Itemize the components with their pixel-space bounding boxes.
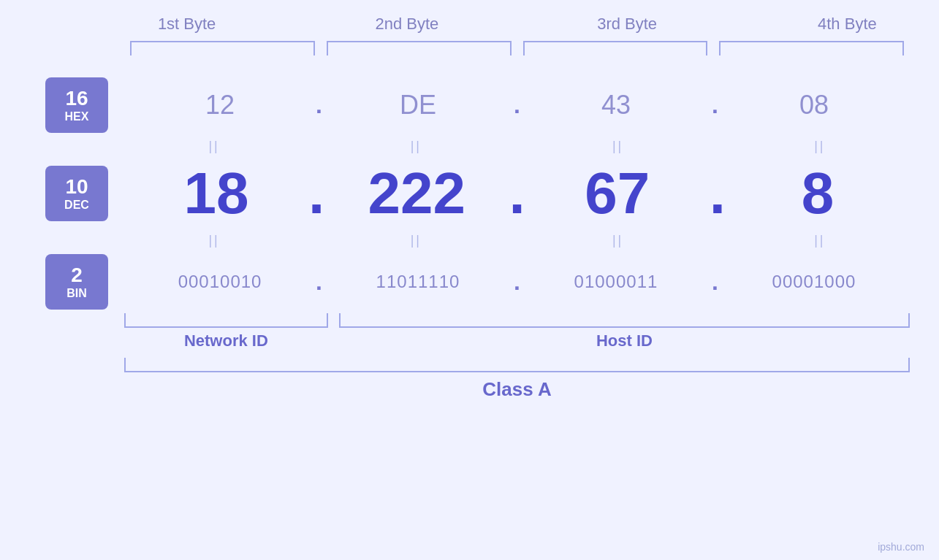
dec-values: 18 . 222 . 67 . 8 xyxy=(124,160,910,227)
top-brackets xyxy=(124,41,910,63)
bottom-labels: Network ID Host ID xyxy=(124,331,910,350)
host-id-label: Host ID xyxy=(339,331,910,350)
bin-badge-label: BIN xyxy=(66,287,87,300)
byte-header-4: 4th Byte xyxy=(737,15,939,34)
hex-badge-number: 16 xyxy=(65,88,88,110)
bin-octet-4: 00001000 xyxy=(718,272,910,292)
hex-octet-4: 08 xyxy=(718,90,910,120)
hex-octet-3: 43 xyxy=(520,90,712,120)
dec-badge-label: DEC xyxy=(64,199,89,212)
bottom-section: Network ID Host ID xyxy=(29,313,910,350)
class-section: Class A xyxy=(29,358,910,401)
bin-octet-1: 00010010 xyxy=(124,272,316,292)
byte-header-3: 3rd Byte xyxy=(517,15,737,34)
class-label: Class A xyxy=(124,378,910,401)
bracket-network xyxy=(124,313,328,328)
sep-dec-bin: || || || || xyxy=(29,233,910,248)
dot-bin-1: . xyxy=(316,269,322,296)
bracket-top-1 xyxy=(130,41,315,55)
network-id-label: Network ID xyxy=(124,331,328,350)
hex-badge: 16 HEX xyxy=(45,77,108,133)
hex-octet-1: 12 xyxy=(124,90,316,120)
sep-values-1: || || || || xyxy=(124,139,910,154)
bin-octet-3: 01000011 xyxy=(520,272,712,292)
hex-octet-2: DE xyxy=(322,90,514,120)
hex-values: 12 . DE . 43 . 08 xyxy=(124,90,910,120)
bracket-top-4 xyxy=(719,41,904,55)
hex-row: 16 HEX 12 . DE . 43 . 08 xyxy=(29,77,910,133)
dot-hex-2: . xyxy=(514,92,520,119)
dot-bin-2: . xyxy=(514,269,520,296)
dec-octet-1: 18 xyxy=(124,160,308,227)
dot-dec-3: . xyxy=(710,160,726,227)
hex-badge-container: 16 HEX xyxy=(29,77,124,133)
class-bracket xyxy=(124,358,910,372)
dec-badge-number: 10 xyxy=(65,176,88,199)
bin-row: 2 BIN 00010010 . 11011110 . 01000011 . 0… xyxy=(29,254,910,310)
byte-header-2: 2nd Byte xyxy=(297,15,517,34)
bracket-top-2 xyxy=(327,41,512,55)
watermark: ipshu.com xyxy=(878,541,924,553)
dec-badge-container: 10 DEC xyxy=(29,166,124,221)
byte-headers-row: 1st Byte 2nd Byte 3rd Byte 4th Byte xyxy=(77,15,939,34)
dot-hex-1: . xyxy=(316,92,322,119)
main-container: 1st Byte 2nd Byte 3rd Byte 4th Byte 16 H… xyxy=(0,0,939,560)
bin-values: 00010010 . 11011110 . 01000011 . 0000100… xyxy=(124,269,910,296)
dec-octet-4: 8 xyxy=(726,160,910,227)
dot-dec-2: . xyxy=(509,160,525,227)
hex-badge-label: HEX xyxy=(65,110,89,123)
bin-octet-2: 11011110 xyxy=(322,272,514,292)
bin-badge-container: 2 BIN xyxy=(29,254,124,310)
bin-badge-number: 2 xyxy=(71,264,83,287)
sep-values-2: || || || || xyxy=(124,233,910,248)
dec-row: 10 DEC 18 . 222 . 67 . 8 xyxy=(29,160,910,227)
dec-octet-3: 67 xyxy=(525,160,710,227)
sep-hex-dec: || || || || xyxy=(29,139,910,154)
bin-badge: 2 BIN xyxy=(45,254,108,310)
bracket-host xyxy=(339,313,910,328)
bottom-brackets xyxy=(124,313,910,328)
bracket-top-3 xyxy=(523,41,708,55)
dec-badge: 10 DEC xyxy=(45,166,108,221)
dot-bin-3: . xyxy=(712,269,718,296)
byte-header-1: 1st Byte xyxy=(77,15,297,34)
dot-dec-1: . xyxy=(308,160,324,227)
dec-octet-2: 222 xyxy=(324,160,509,227)
dot-hex-3: . xyxy=(712,92,718,119)
